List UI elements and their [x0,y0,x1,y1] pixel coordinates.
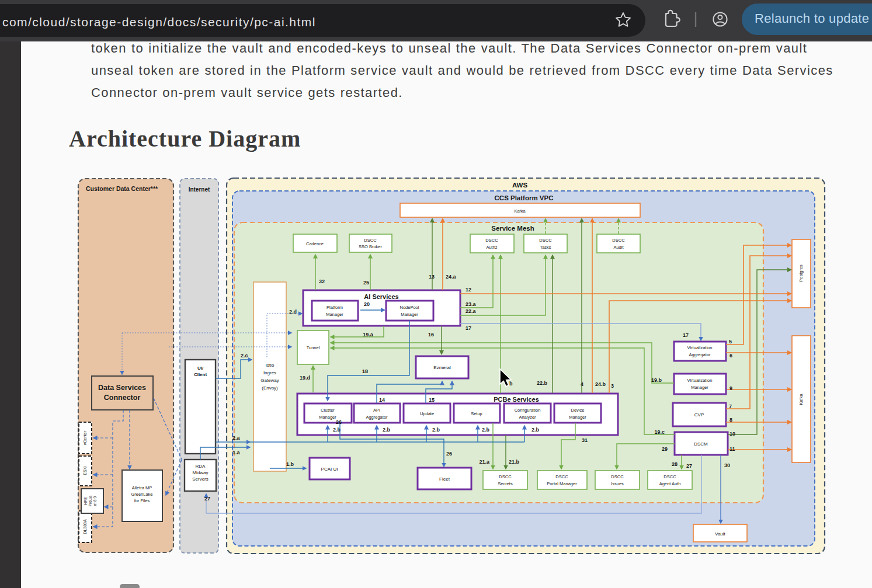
svg-text:Kafka: Kafka [798,394,804,405]
svg-text:17: 17 [465,325,471,331]
svg-text:(Envoy): (Envoy) [262,385,278,391]
svg-text:DSCC: DSCC [612,238,625,243]
svg-text:6: 6 [729,353,732,359]
svg-text:25: 25 [363,280,369,286]
svg-text:Aggregator: Aggregator [689,352,711,357]
svg-text:27: 27 [204,496,210,502]
svg-text:CCS Platform VPC: CCS Platform VPC [495,194,554,201]
svg-text:DSCC: DSCC [364,238,377,243]
svg-text:CVP: CVP [694,412,704,417]
svg-text:26: 26 [336,419,342,425]
svg-text:29: 29 [662,446,668,452]
svg-text:Data Services: Data Services [98,384,146,392]
svg-text:ESXi: ESXi [83,466,87,475]
svg-text:1.a: 1.a [232,450,241,455]
svg-text:Setup: Setup [471,411,482,416]
svg-text:Update: Update [420,411,434,416]
svg-text:Manager: Manager [691,385,708,390]
svg-text:13: 13 [429,274,435,280]
svg-text:14: 14 [379,397,385,403]
svg-text:Authz: Authz [486,245,497,250]
svg-text:Configuration: Configuration [515,408,541,413]
svg-text:Device: Device [571,408,585,413]
svg-text:DSCC: DSCC [485,238,498,243]
svg-text:Manager: Manager [326,312,343,317]
svg-text:4: 4 [581,381,583,387]
svg-text:Midway: Midway [192,470,208,475]
svg-text:Istio: Istio [266,363,275,368]
svg-text:Manager: Manager [401,312,418,317]
svg-text:26: 26 [446,451,452,457]
svg-text:23.a: 23.a [465,301,477,307]
svg-text:Cluster: Cluster [321,408,335,413]
svg-text:Tunnel: Tunnel [307,345,320,350]
svg-text:b: b [509,381,513,387]
svg-text:5: 5 [729,339,732,345]
svg-text:3: 3 [611,383,614,389]
svg-text:2.b: 2.b [432,427,440,433]
svg-text:Manager: Manager [569,415,586,420]
svg-text:Agent Auth: Agent Auth [659,481,681,486]
svg-text:vCenter: vCenter [83,430,87,445]
svg-text:2.b: 2.b [482,427,490,433]
svg-text:28: 28 [672,461,678,467]
svg-text:Servers: Servers [192,476,209,482]
svg-text:18: 18 [362,368,368,374]
svg-text:Internet: Internet [189,186,210,193]
svg-text:30: 30 [724,462,730,468]
svg-text:2.b: 2.b [531,427,540,433]
svg-text:15: 15 [429,397,435,403]
svg-text:Manager: Manager [319,415,336,420]
svg-text:24.a: 24.a [446,274,457,280]
svg-text:11: 11 [729,446,735,452]
svg-text:31: 31 [582,437,588,443]
svg-text:24.b: 24.b [595,381,606,387]
svg-text:22.b: 22.b [537,380,548,386]
svg-text:Ingres: Ingres [263,370,276,375]
svg-text:22.a: 22.a [465,308,477,314]
svg-text:Secrets: Secrets [498,481,513,486]
svg-text:DSCM: DSCM [694,441,708,447]
svg-text:19.a: 19.a [363,332,374,338]
svg-text:Gateway: Gateway [260,378,279,383]
svg-text:Alletra MP: Alletra MP [132,485,152,490]
svg-text:Vault: Vault [715,531,725,537]
svg-text:DSCC: DSCC [555,474,568,479]
svg-text:1.b: 1.b [286,461,294,467]
svg-text:9: 9 [729,385,732,391]
svg-text:Platform: Platform [326,305,343,310]
svg-text:21.b: 21.b [509,459,520,465]
svg-text:Virtualization: Virtualization [687,378,713,383]
svg-text:DSCC: DSCC [499,474,512,479]
svg-text:16: 16 [428,332,434,338]
svg-text:8: 8 [729,417,732,423]
svg-text:PCBe Services: PCBe Services [494,396,539,403]
svg-text:DL380A: DL380A [83,519,87,534]
svg-text:AWS: AWS [512,182,528,189]
svg-text:Analyzer: Analyzer [519,415,536,420]
svg-text:Service Mesh: Service Mesh [491,225,534,232]
svg-text:2.b: 2.b [333,427,341,433]
svg-text:12: 12 [465,287,471,293]
svg-text:32: 32 [319,279,325,284]
svg-text:2.c: 2.c [241,353,248,359]
svg-text:Cadence: Cadence [306,241,324,246]
svg-text:Connector: Connector [104,394,141,402]
svg-text:DSCC: DSCC [539,238,552,243]
svg-text:Virtualization: Virtualization [687,345,713,350]
svg-text:nt 8.0: nt 8.0 [93,496,97,506]
svg-text:DSCC: DSCC [663,474,676,479]
svg-text:Portal Manager: Portal Manager [547,481,577,486]
svg-text:ProLia: ProLia [88,495,92,506]
svg-text:Fleet: Fleet [439,476,450,482]
svg-text:27: 27 [686,463,692,469]
svg-text:19.b: 19.b [651,377,662,383]
svg-text:2.b: 2.b [383,427,391,433]
svg-text:10: 10 [729,431,735,437]
svg-text:Postgres: Postgres [798,265,804,282]
svg-text:19.c: 19.c [654,429,665,435]
svg-text:DSCC: DSCC [611,474,624,479]
svg-text:Ezmeral: Ezmeral [433,365,451,370]
svg-text:Tasks: Tasks [540,245,551,250]
svg-text:19.d: 19.d [300,375,310,381]
